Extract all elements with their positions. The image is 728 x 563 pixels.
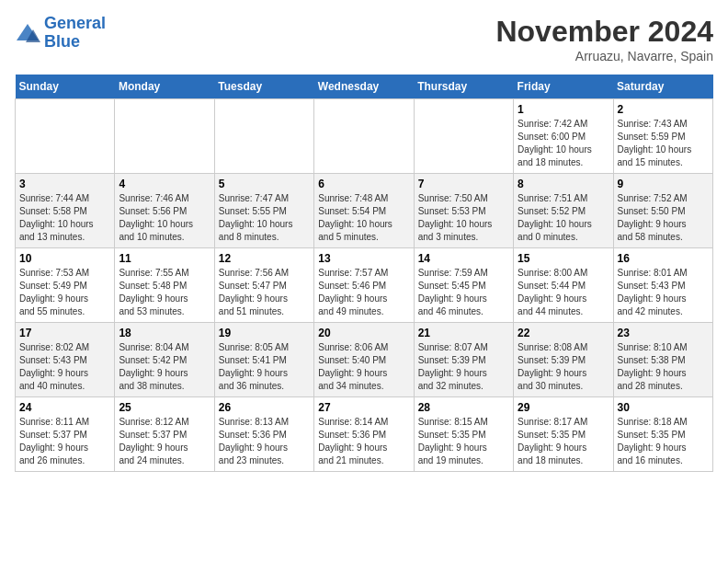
week-row-3: 10Sunrise: 7:53 AM Sunset: 5:49 PM Dayli…	[16, 248, 713, 323]
week-row-4: 17Sunrise: 8:02 AM Sunset: 5:43 PM Dayli…	[16, 323, 713, 397]
day-info: Sunrise: 8:17 AM Sunset: 5:35 PM Dayligh…	[518, 416, 609, 467]
day-number: 11	[119, 252, 210, 265]
calendar-cell: 21Sunrise: 8:07 AM Sunset: 5:39 PM Dayli…	[414, 323, 513, 397]
day-info: Sunrise: 8:01 AM Sunset: 5:43 PM Dayligh…	[618, 267, 709, 318]
day-info: Sunrise: 7:44 AM Sunset: 5:58 PM Dayligh…	[19, 192, 110, 244]
header: General Blue November 2024 Arruazu, Nava…	[15, 15, 713, 63]
weekday-header-wednesday: Wednesday	[314, 75, 414, 99]
day-info: Sunrise: 8:06 AM Sunset: 5:40 PM Dayligh…	[318, 341, 409, 393]
day-info: Sunrise: 7:50 AM Sunset: 5:53 PM Dayligh…	[418, 192, 509, 244]
month-title: November 2024	[495, 15, 713, 49]
day-number: 19	[219, 327, 310, 339]
calendar-cell: 19Sunrise: 8:05 AM Sunset: 5:41 PM Dayli…	[214, 323, 313, 397]
weekday-header-sunday: Sunday	[16, 75, 115, 99]
calendar-cell: 2Sunrise: 7:43 AM Sunset: 5:59 PM Daylig…	[613, 99, 712, 174]
weekday-header-tuesday: Tuesday	[214, 75, 313, 99]
day-info: Sunrise: 8:10 AM Sunset: 5:38 PM Dayligh…	[618, 341, 709, 393]
calendar-table: SundayMondayTuesdayWednesdayThursdayFrid…	[15, 75, 713, 472]
calendar-cell	[115, 99, 214, 174]
day-number: 8	[518, 178, 609, 190]
day-number: 5	[219, 178, 310, 190]
day-info: Sunrise: 7:56 AM Sunset: 5:47 PM Dayligh…	[219, 267, 310, 318]
day-info: Sunrise: 8:12 AM Sunset: 5:37 PM Dayligh…	[119, 416, 210, 467]
day-number: 26	[219, 401, 310, 414]
day-number: 4	[119, 178, 210, 190]
day-info: Sunrise: 8:11 AM Sunset: 5:37 PM Dayligh…	[19, 416, 110, 467]
calendar-cell	[314, 99, 414, 174]
title-block: November 2024 Arruazu, Navarre, Spain	[495, 15, 713, 63]
day-number: 15	[518, 252, 609, 265]
logo: General Blue	[15, 15, 106, 52]
calendar-cell	[214, 99, 313, 174]
day-info: Sunrise: 8:18 AM Sunset: 5:35 PM Dayligh…	[618, 416, 709, 467]
day-info: Sunrise: 8:02 AM Sunset: 5:43 PM Dayligh…	[19, 341, 110, 393]
logo-text: General Blue	[44, 15, 106, 52]
day-info: Sunrise: 8:08 AM Sunset: 5:39 PM Dayligh…	[518, 341, 609, 393]
day-number: 7	[418, 178, 509, 190]
day-info: Sunrise: 8:07 AM Sunset: 5:39 PM Dayligh…	[418, 341, 509, 393]
day-number: 13	[318, 252, 409, 265]
day-info: Sunrise: 8:00 AM Sunset: 5:44 PM Dayligh…	[518, 267, 609, 318]
day-number: 27	[318, 401, 409, 414]
day-info: Sunrise: 7:46 AM Sunset: 5:56 PM Dayligh…	[119, 192, 210, 244]
calendar-cell: 4Sunrise: 7:46 AM Sunset: 5:56 PM Daylig…	[115, 174, 214, 248]
calendar-cell: 16Sunrise: 8:01 AM Sunset: 5:43 PM Dayli…	[613, 248, 712, 323]
calendar-cell: 11Sunrise: 7:55 AM Sunset: 5:48 PM Dayli…	[115, 248, 214, 323]
day-number: 14	[418, 252, 509, 265]
day-info: Sunrise: 8:15 AM Sunset: 5:35 PM Dayligh…	[418, 416, 509, 467]
calendar-cell: 8Sunrise: 7:51 AM Sunset: 5:52 PM Daylig…	[514, 174, 613, 248]
week-row-5: 24Sunrise: 8:11 AM Sunset: 5:37 PM Dayli…	[16, 397, 713, 472]
day-number: 10	[19, 252, 110, 265]
week-row-2: 3Sunrise: 7:44 AM Sunset: 5:58 PM Daylig…	[16, 174, 713, 248]
day-number: 1	[518, 103, 609, 116]
logo-line1: General	[44, 14, 106, 32]
day-number: 25	[119, 401, 210, 414]
calendar-cell: 23Sunrise: 8:10 AM Sunset: 5:38 PM Dayli…	[613, 323, 712, 397]
day-number: 16	[618, 252, 709, 265]
day-info: Sunrise: 8:14 AM Sunset: 5:36 PM Dayligh…	[318, 416, 409, 467]
calendar-cell: 26Sunrise: 8:13 AM Sunset: 5:36 PM Dayli…	[214, 397, 313, 472]
calendar-cell: 30Sunrise: 8:18 AM Sunset: 5:35 PM Dayli…	[613, 397, 712, 472]
day-info: Sunrise: 7:48 AM Sunset: 5:54 PM Dayligh…	[318, 192, 409, 244]
logo-icon	[15, 22, 40, 44]
calendar-cell: 1Sunrise: 7:42 AM Sunset: 6:00 PM Daylig…	[514, 99, 613, 174]
day-number: 30	[618, 401, 709, 414]
day-number: 24	[19, 401, 110, 414]
day-number: 22	[518, 327, 609, 339]
day-number: 12	[219, 252, 310, 265]
day-info: Sunrise: 8:04 AM Sunset: 5:42 PM Dayligh…	[119, 341, 210, 393]
day-info: Sunrise: 7:53 AM Sunset: 5:49 PM Dayligh…	[19, 267, 110, 318]
day-info: Sunrise: 8:13 AM Sunset: 5:36 PM Dayligh…	[219, 416, 310, 467]
day-info: Sunrise: 7:47 AM Sunset: 5:55 PM Dayligh…	[219, 192, 310, 244]
weekday-header-row: SundayMondayTuesdayWednesdayThursdayFrid…	[16, 75, 713, 99]
calendar-cell: 15Sunrise: 8:00 AM Sunset: 5:44 PM Dayli…	[514, 248, 613, 323]
calendar-cell: 5Sunrise: 7:47 AM Sunset: 5:55 PM Daylig…	[214, 174, 313, 248]
weekday-header-thursday: Thursday	[414, 75, 513, 99]
day-info: Sunrise: 8:05 AM Sunset: 5:41 PM Dayligh…	[219, 341, 310, 393]
day-info: Sunrise: 7:59 AM Sunset: 5:45 PM Dayligh…	[418, 267, 509, 318]
calendar-cell: 18Sunrise: 8:04 AM Sunset: 5:42 PM Dayli…	[115, 323, 214, 397]
calendar-cell: 12Sunrise: 7:56 AM Sunset: 5:47 PM Dayli…	[214, 248, 313, 323]
day-info: Sunrise: 7:51 AM Sunset: 5:52 PM Dayligh…	[518, 192, 609, 244]
day-number: 17	[19, 327, 110, 339]
weekday-header-friday: Friday	[514, 75, 613, 99]
calendar-cell: 29Sunrise: 8:17 AM Sunset: 5:35 PM Dayli…	[514, 397, 613, 472]
calendar-cell: 28Sunrise: 8:15 AM Sunset: 5:35 PM Dayli…	[414, 397, 513, 472]
day-info: Sunrise: 7:42 AM Sunset: 6:00 PM Dayligh…	[518, 118, 609, 169]
day-number: 3	[19, 178, 110, 190]
logo-line2: Blue	[44, 32, 80, 51]
day-number: 6	[318, 178, 409, 190]
calendar-cell: 9Sunrise: 7:52 AM Sunset: 5:50 PM Daylig…	[613, 174, 712, 248]
day-number: 20	[318, 327, 409, 339]
calendar-cell: 17Sunrise: 8:02 AM Sunset: 5:43 PM Dayli…	[16, 323, 115, 397]
day-number: 29	[518, 401, 609, 414]
day-info: Sunrise: 7:43 AM Sunset: 5:59 PM Dayligh…	[618, 118, 709, 169]
calendar-cell: 27Sunrise: 8:14 AM Sunset: 5:36 PM Dayli…	[314, 397, 414, 472]
day-info: Sunrise: 7:55 AM Sunset: 5:48 PM Dayligh…	[119, 267, 210, 318]
calendar-cell	[16, 99, 115, 174]
calendar-cell: 20Sunrise: 8:06 AM Sunset: 5:40 PM Dayli…	[314, 323, 414, 397]
calendar-cell: 13Sunrise: 7:57 AM Sunset: 5:46 PM Dayli…	[314, 248, 414, 323]
weekday-header-monday: Monday	[115, 75, 214, 99]
calendar-cell: 22Sunrise: 8:08 AM Sunset: 5:39 PM Dayli…	[514, 323, 613, 397]
calendar-cell: 24Sunrise: 8:11 AM Sunset: 5:37 PM Dayli…	[16, 397, 115, 472]
